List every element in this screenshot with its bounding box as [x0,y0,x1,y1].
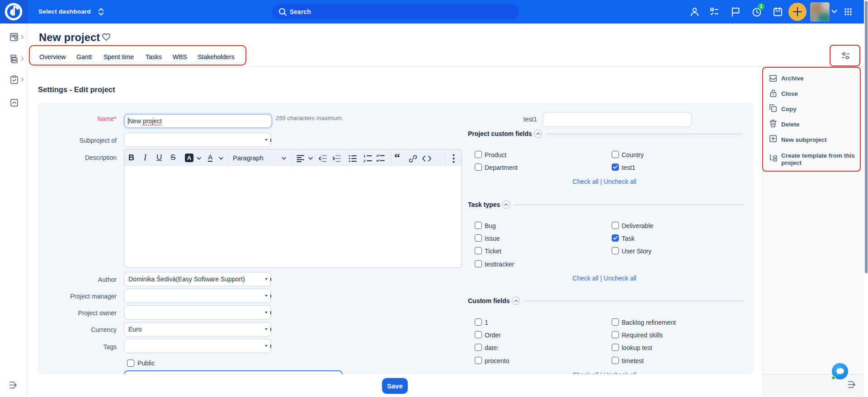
svg-text:1: 1 [363,154,366,158]
svg-text:2: 2 [363,159,366,163]
